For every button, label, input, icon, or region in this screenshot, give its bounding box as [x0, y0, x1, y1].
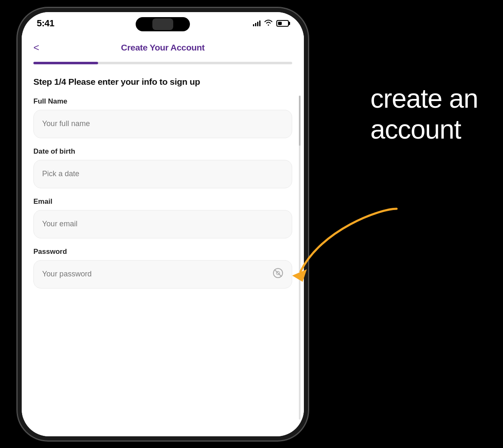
- island-content: [152, 18, 173, 30]
- wifi-icon: [264, 19, 273, 28]
- dob-label: Date of birth: [33, 147, 292, 156]
- dob-input[interactable]: [42, 170, 283, 178]
- screen-content: < Create Your Account Step 1/4 Please en…: [22, 35, 304, 436]
- eye-slash-icon[interactable]: [273, 268, 283, 281]
- status-icons: [253, 19, 289, 28]
- step-label: Step 1/4 Please enter your info to sign …: [33, 77, 200, 86]
- password-input-wrapper[interactable]: [33, 260, 292, 289]
- progress-track: [33, 62, 292, 64]
- fullname-input[interactable]: [42, 119, 283, 128]
- fullname-label: Full Name: [33, 97, 292, 106]
- svg-line-1: [275, 270, 281, 276]
- progress-fill: [33, 62, 98, 64]
- field-group-password: Password: [33, 248, 292, 289]
- annotation-text: create an account: [370, 84, 478, 145]
- battery-icon: [276, 20, 289, 27]
- form-section: Full Name Date of birth Email: [22, 97, 304, 289]
- field-group-email: Email: [33, 197, 292, 238]
- email-input[interactable]: [42, 220, 283, 228]
- dynamic-island: [136, 17, 190, 31]
- fullname-input-wrapper[interactable]: [33, 110, 292, 138]
- back-button[interactable]: <: [33, 42, 39, 53]
- annotation-line1: create an: [370, 84, 478, 114]
- annotation-arrow: [288, 205, 405, 288]
- progress-section: [22, 60, 304, 73]
- scrollbar-thumb[interactable]: [299, 96, 301, 146]
- svg-marker-3: [292, 269, 307, 282]
- status-bar: 5:41: [22, 12, 304, 35]
- field-group-fullname: Full Name: [33, 97, 292, 138]
- password-input[interactable]: [42, 270, 283, 278]
- step-section: Step 1/4 Please enter your info to sign …: [22, 73, 304, 97]
- signal-icon: [253, 20, 260, 26]
- battery-fill: [278, 22, 282, 25]
- email-label: Email: [33, 197, 292, 206]
- dob-input-wrapper[interactable]: [33, 160, 292, 188]
- email-input-wrapper[interactable]: [33, 210, 292, 238]
- password-label: Password: [33, 248, 292, 256]
- page-title: Create Your Account: [121, 43, 205, 53]
- nav-header: < Create Your Account: [22, 35, 304, 60]
- phone-screen: 5:41: [22, 12, 304, 436]
- field-group-dob: Date of birth: [33, 147, 292, 188]
- annotation-line2: account: [370, 114, 478, 145]
- phone-device: 5:41: [17, 7, 309, 441]
- status-time: 5:41: [37, 18, 54, 29]
